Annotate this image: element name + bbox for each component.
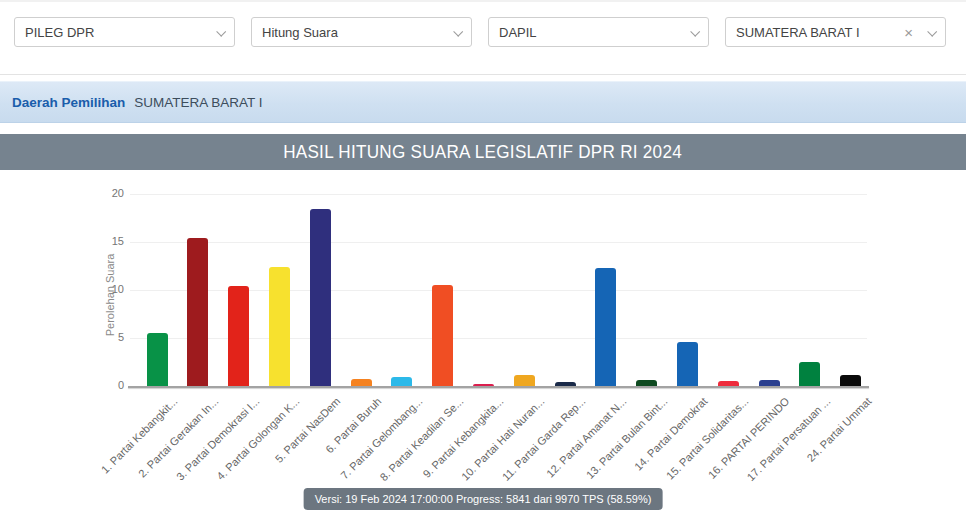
filters-bar: PILEG DPR Hitung Suara DAPIL SUMATERA BA…	[0, 2, 966, 47]
bar[interactable]	[759, 380, 780, 386]
gridline	[130, 194, 867, 195]
bar[interactable]	[228, 286, 249, 386]
y-tick-label: 15	[92, 235, 124, 247]
bar[interactable]	[514, 375, 535, 386]
bar[interactable]	[595, 268, 616, 386]
version-progress-badge: Versi: 19 Feb 2024 17:00:00 Progress: 58…	[304, 488, 663, 510]
y-tick-label: 10	[92, 283, 124, 295]
bar[interactable]	[432, 285, 453, 386]
bar[interactable]	[269, 267, 290, 386]
y-tick-label: 20	[92, 187, 124, 199]
filter-dapil-select[interactable]: DAPIL	[488, 17, 709, 47]
filter-view-value: Hitung Suara	[262, 25, 448, 40]
chevron-down-icon	[927, 26, 937, 36]
bar[interactable]	[310, 209, 331, 386]
clear-icon[interactable]: ×	[904, 25, 913, 40]
y-tick-label: 0	[92, 379, 124, 391]
filter-view-select[interactable]: Hitung Suara	[251, 17, 472, 47]
x-axis-line	[128, 386, 869, 388]
bar[interactable]	[351, 379, 372, 386]
info-bar: Daerah Pemilihan SUMATERA BARAT I	[0, 81, 966, 123]
filter-election-select[interactable]: PILEG DPR	[14, 17, 235, 47]
bar[interactable]	[718, 381, 739, 386]
bar[interactable]	[799, 362, 820, 386]
bar[interactable]	[840, 375, 861, 386]
filter-election-value: PILEG DPR	[25, 25, 211, 40]
y-tick-label: 5	[92, 331, 124, 343]
chevron-down-icon	[216, 26, 226, 36]
vote-bar-chart: Perolehan Suara 051015201. Partai Kebang…	[0, 170, 966, 527]
bar[interactable]	[555, 382, 576, 386]
divider	[0, 74, 966, 75]
page-title: HASIL HITUNG SUARA LEGISLATIF DPR RI 202…	[284, 141, 683, 163]
bar[interactable]	[391, 377, 412, 386]
bar[interactable]	[473, 384, 494, 386]
filter-dapil-value: DAPIL	[499, 25, 685, 40]
bar[interactable]	[187, 238, 208, 386]
chevron-down-icon	[690, 26, 700, 36]
bar[interactable]	[677, 342, 698, 386]
filter-region-select[interactable]: SUMATERA BARAT I ×	[725, 17, 946, 47]
info-bar-label: Daerah Pemilihan	[12, 95, 125, 110]
page-title-bar: HASIL HITUNG SUARA LEGISLATIF DPR RI 202…	[0, 134, 966, 170]
bar[interactable]	[636, 380, 657, 386]
filter-region-value: SUMATERA BARAT I	[736, 25, 904, 40]
chevron-down-icon	[453, 26, 463, 36]
gridline	[130, 242, 867, 243]
bar[interactable]	[147, 333, 168, 386]
info-bar-value: SUMATERA BARAT I	[134, 95, 262, 110]
